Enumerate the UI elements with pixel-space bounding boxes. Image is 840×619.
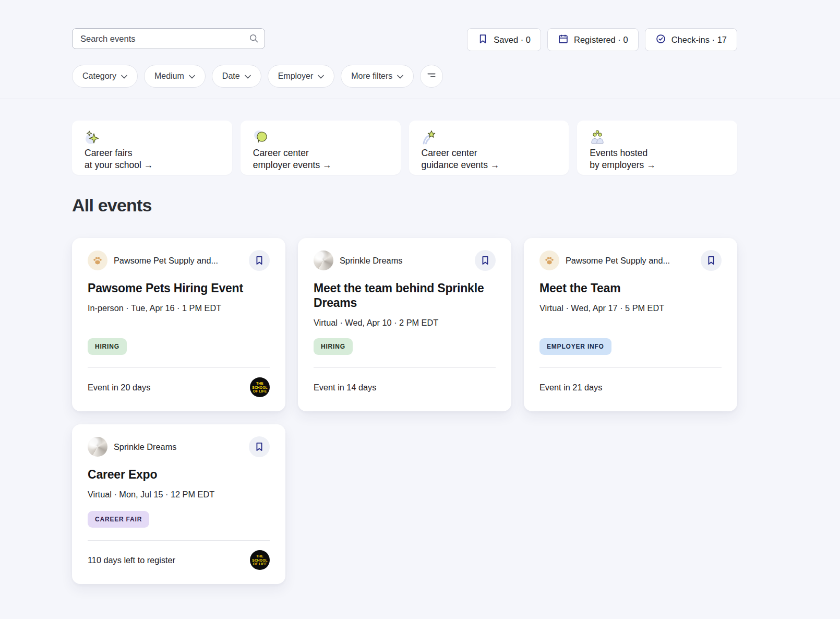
sort-filters-button[interactable] xyxy=(420,65,443,88)
action-buttons: Saved · 0 Registered · 0 Check-ins · 17 xyxy=(467,28,737,51)
event-meta: Virtual · Wed, Apr 17 · 5 PM EDT xyxy=(539,303,722,313)
check-circle-icon xyxy=(655,33,666,46)
bookmark-button[interactable] xyxy=(701,250,722,271)
saved-button[interactable]: Saved · 0 xyxy=(467,28,541,51)
event-countdown: Event in 21 days xyxy=(539,383,602,392)
checkins-label: Check-ins · 17 xyxy=(671,35,727,45)
sort-lines-icon xyxy=(425,69,438,84)
filter-category-label: Category xyxy=(82,72,116,81)
quick-card-guidance-events[interactable]: Career center guidance events → xyxy=(409,121,569,175)
filter-date-label: Date xyxy=(222,72,240,81)
event-meta: Virtual · Mon, Jul 15 · 12 PM EDT xyxy=(88,490,270,499)
bookmark-button[interactable] xyxy=(475,250,496,271)
event-card-pawsome-meet-team[interactable]: Pawsome Pet Supply and... Meet the Team … xyxy=(524,238,737,411)
filter-date[interactable]: Date xyxy=(212,65,261,88)
filter-medium-label: Medium xyxy=(154,72,184,81)
sparkles-icon xyxy=(85,129,220,147)
school-of-life-logo: THE SCHOOL OF LIFE xyxy=(250,377,270,397)
event-card-pawsome-hiring[interactable]: Pawsome Pet Supply and... Pawsome Pets H… xyxy=(72,238,285,411)
saved-label: Saved · 0 xyxy=(494,35,531,45)
event-card-sprinkle-meet-team[interactable]: Sprinkle Dreams Meet the team behind Spr… xyxy=(298,238,511,411)
top-bar: Saved · 0 Registered · 0 Check-ins · 17 xyxy=(72,28,737,51)
status-badge: HIRING xyxy=(314,338,353,355)
search-box xyxy=(72,28,265,49)
chevron-down-icon xyxy=(121,72,127,81)
card-divider xyxy=(539,367,722,368)
quick-card-hosted-by-employers[interactable]: Events hosted by employers → xyxy=(577,121,737,175)
people-group-icon xyxy=(590,129,725,147)
school-of-life-logo: THE SCHOOL OF LIFE xyxy=(250,550,270,570)
quick-card-career-fairs[interactable]: Career fairs at your school → xyxy=(72,121,232,175)
filter-employer-label: Employer xyxy=(278,72,314,81)
search-icon xyxy=(248,33,259,46)
card-divider xyxy=(314,367,496,368)
events-grid: Pawsome Pet Supply and... Pawsome Pets H… xyxy=(72,238,737,584)
company-name: Pawsome Pet Supply and... xyxy=(566,256,694,266)
chevron-down-icon xyxy=(397,72,403,81)
filter-more[interactable]: More filters xyxy=(341,65,414,88)
event-countdown: 110 days left to register xyxy=(88,555,175,565)
registered-button[interactable]: Registered · 0 xyxy=(547,28,639,51)
company-name: Pawsome Pet Supply and... xyxy=(114,256,243,266)
bookmark-button[interactable] xyxy=(249,250,270,271)
quick-card-employer-events[interactable]: Career center employer events → xyxy=(241,121,401,175)
company-avatar-photo xyxy=(314,251,333,270)
company-name: Sprinkle Dreams xyxy=(114,442,243,452)
event-countdown: Event in 14 days xyxy=(314,383,376,392)
bookmark-icon xyxy=(477,33,488,46)
events-page: Saved · 0 Registered · 0 Check-ins · 17 xyxy=(72,28,737,88)
calendar-icon xyxy=(558,33,569,46)
speech-bubble-icon xyxy=(253,129,388,147)
card-divider xyxy=(88,367,270,368)
event-countdown: Event in 20 days xyxy=(88,383,150,392)
shooting-star-icon xyxy=(422,129,557,147)
header-divider xyxy=(0,99,840,99)
event-title: Meet the team behind Sprinkle Dreams xyxy=(314,281,496,310)
card-divider xyxy=(88,540,270,541)
status-badge: EMPLOYER INFO xyxy=(539,338,611,355)
status-badge: CAREER FAIR xyxy=(88,511,149,528)
bookmark-button[interactable] xyxy=(249,436,270,457)
quick-card-label: Career center guidance events → xyxy=(422,147,557,171)
event-title: Career Expo xyxy=(88,467,270,482)
quick-links: Career fairs at your school → Career cen… xyxy=(72,121,737,175)
status-badge: HIRING xyxy=(88,338,127,355)
chevron-down-icon xyxy=(318,72,324,81)
checkins-button[interactable]: Check-ins · 17 xyxy=(645,28,737,51)
quick-card-label: Career fairs at your school → xyxy=(85,147,220,171)
chevron-down-icon xyxy=(189,72,195,81)
event-meta: In-person · Tue, Apr 16 · 1 PM EDT xyxy=(88,303,270,313)
company-name: Sprinkle Dreams xyxy=(340,256,469,266)
quick-card-label: Events hosted by employers → xyxy=(590,147,725,171)
event-title: Meet the Team xyxy=(539,281,722,295)
chevron-down-icon xyxy=(245,72,251,81)
filter-category[interactable]: Category xyxy=(72,65,138,88)
event-title: Pawsome Pets Hiring Event xyxy=(88,281,270,295)
filter-medium[interactable]: Medium xyxy=(144,65,206,88)
event-meta: Virtual · Wed, Apr 10 · 2 PM EDT xyxy=(314,318,496,328)
registered-label: Registered · 0 xyxy=(574,35,628,45)
company-avatar-paw xyxy=(539,251,559,270)
quick-card-label: Career center employer events → xyxy=(253,147,388,171)
filter-more-label: More filters xyxy=(351,72,392,81)
search-input[interactable] xyxy=(72,28,265,49)
company-avatar-paw xyxy=(88,251,107,270)
filter-employer[interactable]: Employer xyxy=(268,65,335,88)
company-avatar-photo xyxy=(88,437,107,457)
page-title: All events xyxy=(72,195,737,216)
event-card-sprinkle-career-expo[interactable]: Sprinkle Dreams Career Expo Virtual · Mo… xyxy=(72,424,285,584)
filter-bar: Category Medium Date Employer More filte… xyxy=(72,65,737,88)
